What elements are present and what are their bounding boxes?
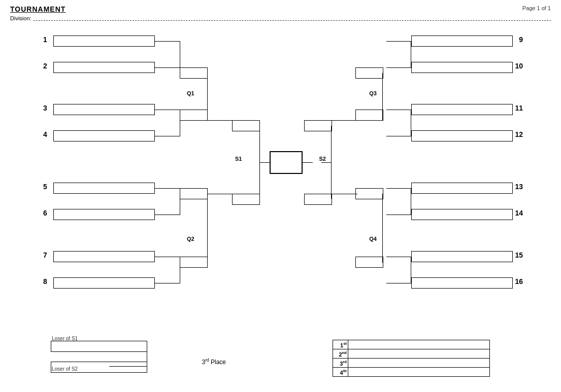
seed-9: 9 bbox=[519, 35, 523, 44]
h-line-5 bbox=[155, 188, 180, 189]
r-h-line-16 bbox=[386, 283, 412, 283]
h-line-8 bbox=[155, 283, 180, 283]
division-row: Division: bbox=[10, 15, 551, 21]
q2-h-to-s1 bbox=[207, 194, 233, 194]
seed-2: 2 bbox=[43, 62, 47, 70]
entry-4[interactable] bbox=[53, 130, 155, 141]
entry-15[interactable] bbox=[411, 251, 513, 262]
seed-14: 14 bbox=[515, 209, 523, 217]
entry-3[interactable] bbox=[53, 104, 155, 115]
h-line-7 bbox=[155, 257, 180, 257]
division-label: Division: bbox=[10, 15, 31, 21]
r-h-line-9 bbox=[386, 41, 412, 42]
s2-lower[interactable] bbox=[304, 194, 332, 205]
seed-11: 11 bbox=[515, 104, 523, 112]
r-h-line-14 bbox=[386, 215, 412, 215]
r-h-line-10 bbox=[386, 67, 412, 68]
seed-6: 6 bbox=[43, 209, 47, 217]
s1-lower[interactable] bbox=[232, 194, 260, 205]
r-h-line-13 bbox=[386, 188, 412, 189]
q2-lower-result[interactable] bbox=[180, 257, 208, 268]
entry-13[interactable] bbox=[411, 183, 513, 194]
result-row-4: 4th bbox=[333, 368, 490, 377]
place-4: 4th bbox=[333, 368, 348, 377]
bracket-area: 1 2 3 4 5 6 7 8 bbox=[10, 25, 551, 325]
q4-label: Q4 bbox=[369, 236, 377, 242]
seed-4: 4 bbox=[43, 130, 47, 138]
s1-upper[interactable] bbox=[232, 120, 260, 131]
entry-9[interactable] bbox=[411, 35, 513, 47]
seed-7: 7 bbox=[43, 251, 47, 259]
q2-upper-result[interactable] bbox=[180, 188, 208, 199]
q1-upper-result[interactable] bbox=[180, 67, 208, 79]
champion-box[interactable] bbox=[270, 151, 303, 174]
q1-lower-result[interactable] bbox=[180, 110, 208, 121]
r-v-line-1516 bbox=[411, 257, 411, 283]
entry-2[interactable] bbox=[53, 62, 155, 73]
place-1: 1st bbox=[333, 340, 348, 349]
entry-10[interactable] bbox=[411, 62, 513, 73]
result-row-3: 3rd bbox=[333, 359, 490, 368]
r-h-line-12 bbox=[386, 136, 412, 136]
q4-upper-result[interactable] bbox=[355, 188, 383, 199]
q4-lower-result[interactable] bbox=[355, 257, 383, 268]
h-line-2 bbox=[155, 67, 180, 68]
q1-h-to-s1 bbox=[207, 120, 233, 121]
name-1[interactable] bbox=[348, 340, 489, 349]
seed-12: 12 bbox=[515, 130, 523, 138]
seed-3: 3 bbox=[43, 104, 47, 112]
s2-h-to-champ bbox=[321, 162, 332, 163]
entry-16[interactable] bbox=[411, 277, 513, 289]
page-title: TOURNAMENT bbox=[10, 5, 65, 13]
champ-h-to-s2 bbox=[303, 162, 313, 163]
results-table: 1st 2nd 3rd 4th bbox=[333, 340, 490, 377]
loser-s2-box[interactable] bbox=[51, 362, 147, 373]
place-3: 3rd bbox=[333, 359, 348, 368]
q3-label: Q3 bbox=[369, 90, 377, 96]
name-4[interactable] bbox=[348, 368, 489, 377]
entry-12[interactable] bbox=[411, 130, 513, 141]
page: TOURNAMENT Page 1 of 1 Division: 1 2 3 4… bbox=[0, 0, 561, 392]
result-row-1: 1st bbox=[333, 340, 490, 349]
q1-label: Q1 bbox=[187, 90, 194, 96]
third-place-label: 3rd Place bbox=[202, 358, 226, 366]
entry-14[interactable] bbox=[411, 209, 513, 220]
entry-6[interactable] bbox=[53, 209, 155, 220]
q3-v-connector bbox=[382, 73, 383, 121]
name-3[interactable] bbox=[348, 359, 489, 368]
v-line-12 bbox=[180, 41, 180, 67]
place-2: 2nd bbox=[333, 349, 348, 359]
entry-1[interactable] bbox=[53, 35, 155, 47]
r-h-line-11 bbox=[386, 110, 412, 110]
name-2[interactable] bbox=[348, 349, 489, 359]
seed-15: 15 bbox=[515, 251, 523, 259]
q3-lower-result[interactable] bbox=[355, 110, 383, 121]
q3-upper-result[interactable] bbox=[355, 67, 383, 79]
h-line-4 bbox=[155, 136, 180, 136]
seed-1: 1 bbox=[43, 35, 47, 44]
result-row-2: 2nd bbox=[333, 349, 490, 359]
division-input-line[interactable] bbox=[34, 16, 551, 21]
r-v-line-1112 bbox=[411, 110, 411, 136]
r-h-line-15 bbox=[386, 257, 412, 257]
q4-h-to-s2 bbox=[332, 194, 357, 194]
seed-16: 16 bbox=[515, 277, 523, 286]
s2-upper[interactable] bbox=[304, 120, 332, 131]
entry-5[interactable] bbox=[53, 183, 155, 194]
h-line-6 bbox=[155, 215, 180, 215]
q4-v-connector bbox=[382, 194, 383, 263]
header: TOURNAMENT Page 1 of 1 bbox=[10, 5, 551, 13]
s2-label: S2 bbox=[319, 156, 326, 162]
q2-label: Q2 bbox=[187, 236, 194, 242]
seed-5: 5 bbox=[43, 183, 47, 191]
third-place-bracket: Loser of S1 Loser of S2 3rd Place bbox=[51, 335, 173, 373]
h-line-1 bbox=[155, 41, 180, 42]
entry-7[interactable] bbox=[53, 251, 155, 262]
loser-s1-box[interactable] bbox=[51, 341, 147, 352]
seed-13: 13 bbox=[515, 183, 523, 191]
entry-8[interactable] bbox=[53, 277, 155, 289]
seed-10: 10 bbox=[515, 62, 523, 70]
q1-v-connector bbox=[207, 73, 208, 121]
entry-11[interactable] bbox=[411, 104, 513, 115]
s1-label: S1 bbox=[235, 156, 242, 162]
